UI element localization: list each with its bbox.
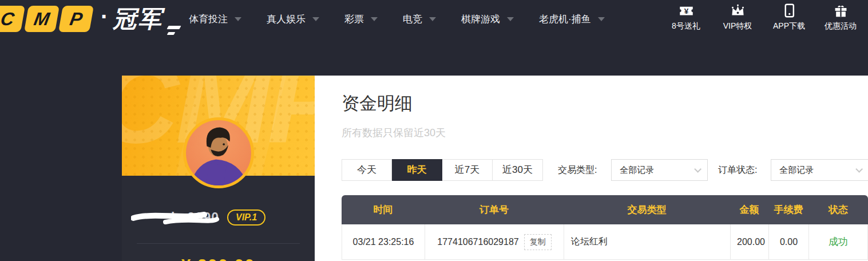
- username: bc9090: [171, 210, 219, 226]
- order-status-select[interactable]: 全部记录: [771, 159, 868, 181]
- chevron-down-icon: [507, 17, 514, 21]
- brand-logo[interactable]: C M P · 冠军: [0, 3, 180, 35]
- ticket-yen-icon: ¥: [679, 3, 694, 18]
- quick-link-app-download[interactable]: APP下载: [770, 3, 808, 31]
- column-header-fee: 手续费: [768, 203, 808, 216]
- logo-letter: P: [68, 9, 84, 30]
- page: C M P · 冠军 体育投注 真人娱乐 彩票 电竞 棋牌游戏 老虎机·捕鱼 ¥…: [0, 0, 868, 261]
- cell-fee: 0.00: [768, 224, 808, 259]
- profile-name-row: bc9090 VIP.1: [122, 209, 315, 226]
- tab-yesterday[interactable]: 昨天: [392, 159, 442, 181]
- select-value: 全部记录: [779, 165, 814, 176]
- table-header: 时间 订单号 交易类型 金额 手续费 状态: [342, 195, 868, 224]
- chevron-down-icon: [429, 17, 436, 21]
- cell-status: 成功: [808, 224, 868, 259]
- username-text: bc9090: [171, 210, 219, 225]
- column-header-amount: 金额: [730, 203, 768, 216]
- chevron-down-icon: [598, 17, 605, 21]
- transaction-type-label: 交易类型:: [558, 159, 597, 181]
- cell-order-no: 1774106716029187 复制: [425, 224, 564, 259]
- divider: [137, 243, 300, 244]
- nav-item-esports[interactable]: 电竞: [403, 13, 436, 26]
- nav-label: 体育投注: [189, 13, 228, 26]
- page-title: 资金明细: [342, 92, 413, 116]
- quick-link-label: 优惠活动: [825, 21, 857, 31]
- logo-dash: [167, 32, 176, 35]
- top-navigation-bar: C M P · 冠军 体育投注 真人娱乐 彩票 电竞 棋牌游戏 老虎机·捕鱼 ¥…: [0, 0, 868, 38]
- page-subtitle: 所有数据只保留近30天: [342, 126, 446, 140]
- copy-button[interactable]: 复制: [524, 234, 552, 250]
- logo-letter-box: C: [0, 6, 25, 32]
- cell-transaction-type: 论坛红利: [564, 224, 730, 259]
- transaction-type-select[interactable]: 全部记录: [611, 159, 708, 181]
- cell-time: 03/21 23:25:16: [342, 224, 425, 259]
- column-header-time: 时间: [342, 203, 425, 216]
- chevron-down-icon: [312, 17, 319, 21]
- nav-item-live-casino[interactable]: 真人娱乐: [267, 13, 319, 26]
- select-value: 全部记录: [620, 165, 654, 176]
- quick-link-label: 8号送礼: [672, 21, 700, 31]
- gift-icon: [833, 3, 849, 18]
- quick-links: ¥ 8号送礼 VIP特权 APP下载: [667, 3, 860, 31]
- cell-amount: 200.00: [730, 224, 768, 259]
- quick-link-gift-day[interactable]: ¥ 8号送礼: [667, 3, 706, 31]
- nav-label: 老虎机·捕鱼: [539, 13, 591, 26]
- nav-label: 棋牌游戏: [461, 13, 500, 26]
- quick-link-label: APP下载: [773, 21, 805, 31]
- funds-detail-panel: 资金明细 所有数据只保留近30天 今天 昨天 近7天 近30天 交易类型: 全部…: [315, 76, 868, 261]
- nav-label: 真人娱乐: [267, 13, 306, 26]
- chevron-down-icon: [855, 165, 863, 173]
- quick-link-promotions[interactable]: 优惠活动: [821, 3, 860, 31]
- logo-letter-box: P: [58, 6, 94, 32]
- vip-level-badge: VIP.1: [227, 209, 265, 226]
- avatar[interactable]: [183, 117, 254, 188]
- table-row: 03/21 23:25:16 1774106716029187 复制 论坛红利 …: [342, 224, 868, 260]
- avatar-player-illustration: [186, 120, 251, 185]
- logo-letter-box: M: [24, 6, 60, 32]
- logo-letter: M: [32, 9, 51, 30]
- profile-panel: CMP bc9090 VIP.1 ¥ 200.: [122, 76, 315, 261]
- funds-table: 时间 订单号 交易类型 金额 手续费 状态 03/21 23:25:16 177…: [342, 195, 868, 260]
- order-number: 1774106716029187: [437, 237, 518, 247]
- phone-icon: [782, 3, 797, 18]
- tab-last7days[interactable]: 近7天: [442, 159, 493, 181]
- column-header-type: 交易类型: [564, 203, 730, 216]
- quick-link-label: VIP特权: [723, 21, 752, 31]
- column-header-status: 状态: [808, 203, 868, 216]
- nav-item-lottery[interactable]: 彩票: [344, 13, 378, 26]
- logo-letter: C: [0, 9, 16, 30]
- account-balance: ¥ 200.00: [122, 256, 315, 261]
- tab-today[interactable]: 今天: [342, 159, 392, 181]
- nav-item-sports[interactable]: 体育投注: [189, 13, 241, 26]
- logo-brand-name: 冠军: [113, 3, 180, 35]
- nav-label: 彩票: [344, 13, 364, 26]
- svg-text:¥: ¥: [684, 7, 688, 15]
- chevron-down-icon: [371, 17, 378, 21]
- chevron-down-icon: [235, 17, 241, 21]
- logo-dash: [167, 26, 181, 29]
- status-badge: 成功: [829, 235, 848, 248]
- logo-dot: ·: [101, 4, 108, 30]
- chevron-down-icon: [694, 165, 701, 173]
- date-range-tabs: 今天 昨天 近7天 近30天: [342, 159, 543, 181]
- order-status-label: 订单状态:: [718, 159, 757, 181]
- main-menu: 体育投注 真人娱乐 彩票 电竞 棋牌游戏 老虎机·捕鱼: [189, 0, 605, 38]
- nav-item-slots-fishing[interactable]: 老虎机·捕鱼: [539, 13, 605, 26]
- column-header-order-no: 订单号: [425, 203, 564, 216]
- nav-label: 电竞: [403, 13, 422, 26]
- tab-last30days[interactable]: 近30天: [493, 159, 543, 181]
- quick-link-vip[interactable]: VIP特权: [718, 3, 757, 31]
- nav-item-board-games[interactable]: 棋牌游戏: [461, 13, 514, 26]
- crown-icon: [730, 3, 746, 18]
